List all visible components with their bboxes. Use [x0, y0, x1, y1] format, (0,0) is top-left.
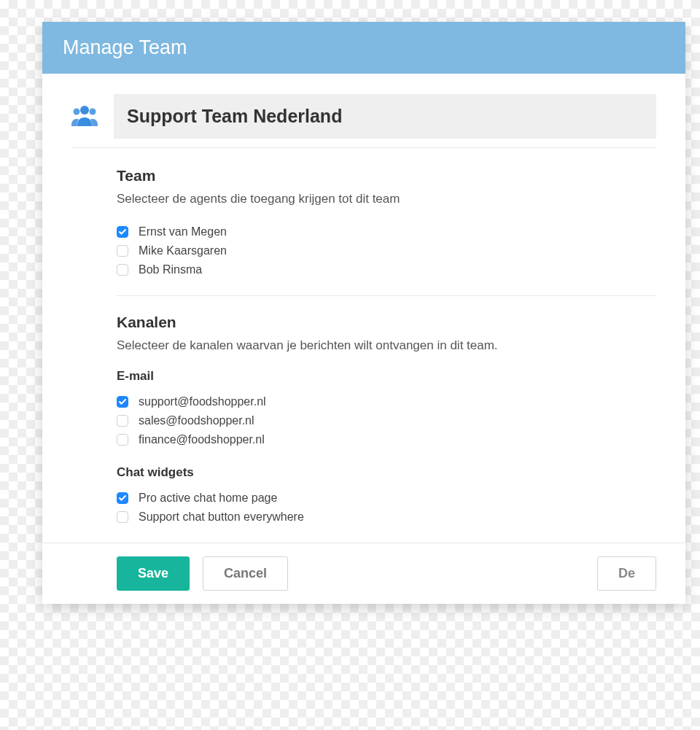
section-desc-team: Selecteer de agents die toegang krijgen …	[117, 192, 656, 206]
team-name-row	[71, 94, 656, 139]
agent-label: Mike Kaarsgaren	[139, 244, 227, 257]
checkbox-icon[interactable]	[117, 226, 128, 238]
agent-label: Bob Rinsma	[139, 263, 202, 276]
section-title-team: Team	[117, 167, 656, 185]
svg-point-0	[80, 106, 89, 114]
team-name-input[interactable]	[114, 94, 656, 139]
modal-title: Manage Team	[63, 36, 187, 58]
agent-label: Ernst van Megen	[139, 225, 227, 238]
svg-point-2	[90, 108, 96, 114]
chat-label: Support chat button everywhere	[139, 510, 304, 524]
modal-body: Team Selecteer de agents die toegang kri…	[42, 74, 685, 532]
cancel-button[interactable]: Cancel	[203, 556, 288, 591]
chat-row[interactable]: Pro active chat home page	[117, 489, 656, 508]
email-label: sales@foodshopper.nl	[139, 414, 254, 427]
email-row[interactable]: sales@foodshopper.nl	[117, 411, 656, 430]
checkbox-icon[interactable]	[117, 511, 128, 523]
checkbox-icon[interactable]	[117, 492, 128, 504]
chat-row[interactable]: Support chat button everywhere	[117, 508, 656, 527]
team-icon	[71, 104, 98, 129]
svg-point-1	[74, 108, 80, 114]
modal-header: Manage Team	[42, 22, 685, 74]
agent-row[interactable]: Ernst van Megen	[117, 222, 656, 241]
email-row[interactable]: finance@foodshopper.nl	[117, 430, 656, 449]
subhead-chat: Chat widgets	[117, 465, 656, 480]
divider	[117, 295, 656, 296]
content-column: Team Selecteer de agents die toegang kri…	[71, 167, 656, 527]
email-label: support@foodshopper.nl	[139, 395, 266, 408]
agent-row[interactable]: Bob Rinsma	[117, 260, 656, 279]
delete-button[interactable]: De	[597, 556, 656, 591]
email-row[interactable]: support@foodshopper.nl	[117, 392, 656, 411]
divider	[71, 147, 656, 148]
agent-row[interactable]: Mike Kaarsgaren	[117, 241, 656, 260]
checkbox-icon[interactable]	[117, 396, 128, 408]
manage-team-modal: Manage Team Team Selecteer de agents die…	[42, 22, 685, 604]
checkbox-icon[interactable]	[117, 245, 128, 257]
checkbox-icon[interactable]	[117, 264, 128, 276]
checkbox-icon[interactable]	[117, 415, 128, 427]
section-desc-channels: Selecteer de kanalen waarvan je berichte…	[117, 338, 656, 353]
chat-label: Pro active chat home page	[139, 492, 277, 505]
subhead-email: E-mail	[117, 369, 656, 384]
section-title-channels: Kanalen	[117, 314, 656, 331]
email-label: finance@foodshopper.nl	[139, 433, 265, 446]
save-button[interactable]: Save	[117, 556, 190, 591]
checkbox-icon[interactable]	[117, 434, 128, 446]
modal-footer: Save Cancel De	[42, 543, 685, 604]
